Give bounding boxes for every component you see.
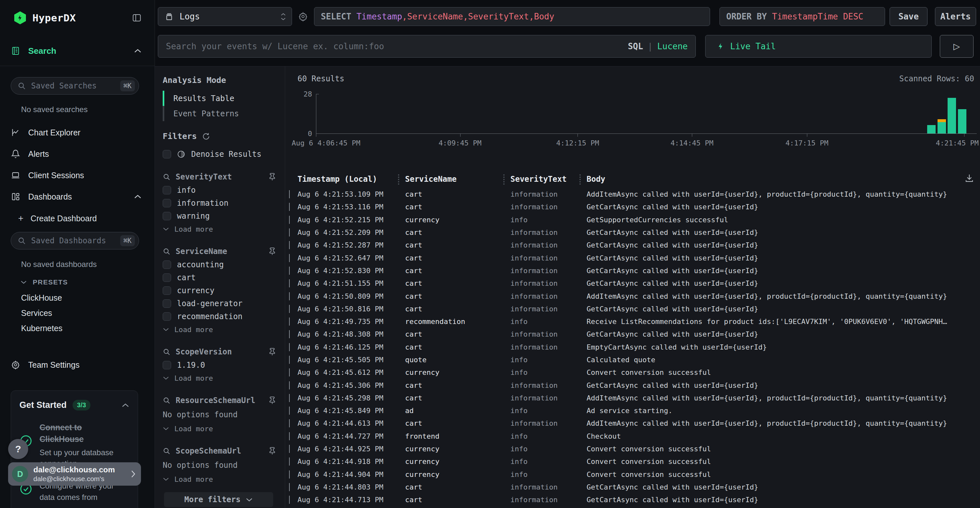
checkbox[interactable] (163, 186, 171, 194)
column-header-timestamp[interactable]: Timestamp (Local) (298, 175, 405, 184)
filter-option-warning[interactable]: warning (163, 210, 277, 222)
log-row[interactable]: Aug 6 4:21:44.613 PMcartinformationAddIt… (285, 417, 980, 430)
log-row[interactable]: Aug 6 4:21:45.849 PMadinfoAd service sta… (285, 404, 980, 417)
filter-option-information[interactable]: information (163, 197, 277, 210)
row-expander-icon[interactable] (289, 394, 290, 402)
checkbox[interactable] (163, 299, 171, 308)
row-expander-icon[interactable] (289, 229, 290, 237)
run-query-button[interactable]: ▷ (940, 35, 974, 58)
column-header-servicename[interactable]: ServiceName (405, 175, 511, 184)
more-filters-button[interactable]: More filters (164, 492, 273, 507)
checkbox[interactable] (163, 260, 171, 269)
log-row[interactable]: Aug 6 4:21:44.727 PMfrontendinfoCheckout (285, 430, 980, 443)
preset-kubernetes[interactable]: Kubernetes (0, 321, 154, 336)
mode-lucene[interactable]: Lucene (657, 41, 688, 51)
load-more-button[interactable]: Load more (163, 371, 277, 384)
log-row[interactable]: Aug 6 4:21:44.925 PMcurrencyinfoConvert … (285, 443, 980, 455)
row-expander-icon[interactable] (289, 343, 290, 351)
sidebar-item-team-settings[interactable]: Team Settings (0, 354, 154, 376)
log-row[interactable]: Aug 6 4:21:52.647 PMcartinformationGetCa… (285, 251, 980, 264)
log-row[interactable]: Aug 6 4:21:53.109 PMcartinformationAddIt… (285, 188, 980, 200)
log-row[interactable]: Aug 6 4:21:45.505 PMquoteinfoCalculated … (285, 354, 980, 366)
checkbox[interactable] (163, 312, 171, 321)
search-icon[interactable] (163, 348, 170, 356)
log-row[interactable]: Aug 6 4:21:50.809 PMcartinformationAddIt… (285, 290, 980, 302)
row-expander-icon[interactable] (289, 267, 290, 275)
row-expander-icon[interactable] (289, 292, 290, 300)
column-resize-handle[interactable] (398, 174, 399, 185)
user-chip[interactable]: D dale@clickhouse.com dale@clickhouse.co… (8, 462, 141, 486)
refresh-icon[interactable] (202, 132, 210, 141)
search-icon[interactable] (163, 397, 170, 404)
filter-option-currency[interactable]: currency (163, 284, 277, 297)
create-dashboard-button[interactable]: + Create Dashboard (0, 209, 154, 227)
column-resize-handle[interactable] (503, 174, 504, 185)
pin-icon[interactable] (268, 348, 277, 356)
row-expander-icon[interactable] (289, 216, 290, 224)
search-icon[interactable] (163, 173, 170, 181)
preset-services[interactable]: Services (0, 305, 154, 321)
row-expander-icon[interactable] (289, 330, 290, 338)
collapse-sidebar-icon[interactable] (132, 13, 142, 23)
log-row[interactable]: Aug 6 4:21:44.904 PMcurrencyinfoConvert … (285, 468, 980, 481)
row-expander-icon[interactable] (289, 381, 290, 389)
row-expander-icon[interactable] (289, 419, 290, 427)
log-row[interactable]: Aug 6 4:21:45.306 PMcartinformationGetCa… (285, 379, 980, 391)
order-by-input[interactable]: ORDER BYTimestampTime DESC (719, 7, 885, 26)
filter-option-1.19.0[interactable]: 1.19.0 (163, 359, 277, 371)
help-button[interactable]: ? (8, 439, 28, 459)
row-expander-icon[interactable] (289, 457, 290, 465)
checkbox[interactable] (163, 212, 171, 220)
load-more-button[interactable]: Load more (163, 222, 277, 235)
row-expander-icon[interactable] (289, 445, 290, 453)
filter-option-recommendation[interactable]: recommendation (163, 310, 277, 323)
presets-toggle[interactable]: PRESETS (21, 277, 154, 287)
alerts-button[interactable]: Alerts (935, 7, 976, 26)
log-row[interactable]: Aug 6 4:21:46.125 PMcartinformationEmpty… (285, 341, 980, 354)
log-row[interactable]: Aug 6 4:21:44.803 PMcartinformationGetCa… (285, 481, 980, 494)
log-row[interactable]: Aug 6 4:21:48.308 PMcartinformationGetCa… (285, 328, 980, 340)
source-select[interactable]: Logs (158, 7, 292, 26)
saved-searches-input[interactable]: Saved Searches ⌘K (11, 77, 139, 95)
row-expander-icon[interactable] (289, 190, 290, 198)
histogram-bar[interactable] (958, 109, 966, 133)
log-row[interactable]: Aug 6 4:21:52.830 PMcartinformationGetCa… (285, 264, 980, 277)
checkbox[interactable] (163, 361, 171, 369)
row-expander-icon[interactable] (289, 406, 290, 415)
row-expander-icon[interactable] (289, 241, 290, 249)
log-row[interactable]: Aug 6 4:21:50.816 PMcartinformationGetCa… (285, 303, 980, 315)
log-row[interactable]: Aug 6 4:21:51.155 PMcartinformationGetCa… (285, 277, 980, 290)
select-query-input[interactable]: SELECTTimestamp,ServiceName,SeverityText… (314, 7, 710, 26)
column-resize-handle[interactable] (579, 174, 581, 185)
row-expander-icon[interactable] (289, 279, 290, 287)
sidebar-item-search[interactable]: Search (0, 36, 154, 66)
log-row[interactable]: Aug 6 4:21:53.116 PMcartinformationGetCa… (285, 200, 980, 213)
log-row[interactable]: Aug 6 4:21:52.287 PMcartinformationGetCa… (285, 239, 980, 251)
load-more-button[interactable]: Load more (163, 323, 277, 336)
row-expander-icon[interactable] (289, 368, 290, 376)
row-expander-icon[interactable] (289, 432, 290, 440)
sidebar-item-alerts[interactable]: Alerts (0, 143, 154, 165)
row-expander-icon[interactable] (289, 254, 290, 262)
sidebar-item-chart-explorer[interactable]: Chart Explorer (0, 122, 154, 143)
filter-option-load-generator[interactable]: load-generator (163, 297, 277, 310)
search-icon[interactable] (163, 447, 170, 455)
load-more-button[interactable]: Load more (163, 422, 277, 435)
lucene-search-input[interactable]: Search your events w/ Lucene ex. column:… (158, 35, 696, 58)
results-histogram[interactable]: 280Aug 6 4:06:45 PM4:09:45 PM4:12:15 PM4… (316, 94, 977, 134)
live-tail-button[interactable]: Live Tail (705, 35, 932, 58)
row-expander-icon[interactable] (289, 203, 290, 211)
saved-dashboards-input[interactable]: Saved Dashboards ⌘K (11, 232, 139, 249)
source-settings-gear[interactable] (292, 7, 314, 26)
histogram-bar[interactable] (948, 98, 956, 133)
pin-icon[interactable] (268, 247, 277, 256)
log-row[interactable]: Aug 6 4:21:52.215 PMcurrencyinfoGetSuppo… (285, 213, 980, 226)
filter-option-info[interactable]: info (163, 184, 277, 197)
save-button[interactable]: Save (889, 7, 928, 26)
sidebar-item-client-sessions[interactable]: Client Sessions (0, 165, 154, 186)
filter-option-accounting[interactable]: accounting (163, 258, 277, 271)
row-expander-icon[interactable] (289, 305, 290, 313)
checkbox[interactable] (163, 150, 171, 159)
checkbox[interactable] (163, 286, 171, 295)
row-expander-icon[interactable] (289, 470, 290, 478)
